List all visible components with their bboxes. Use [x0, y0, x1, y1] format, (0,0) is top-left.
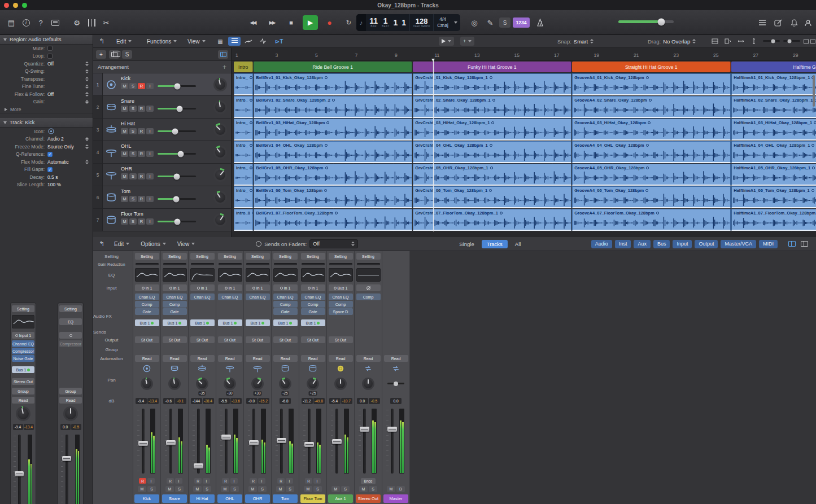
solo-button[interactable]: S [203, 486, 211, 492]
param-stepper-icon[interactable] [85, 69, 89, 74]
db-value[interactable]: -9.6 [163, 398, 174, 404]
slider-thumb[interactable] [173, 196, 179, 202]
db-value[interactable]: -11.2 [302, 398, 313, 404]
slider-thumb[interactable] [172, 128, 178, 134]
param-value[interactable]: 100 % [47, 182, 61, 187]
input-monitor-button[interactable]: I [175, 478, 182, 484]
audio-region[interactable]: BellGrv1_03_HiHat_Okay_128bpm [254, 119, 412, 141]
record-enable-button[interactable]: R [138, 106, 145, 112]
library-icon[interactable]: ▤ [5, 15, 18, 30]
command-click-tool-menu[interactable]: + [460, 37, 474, 46]
filter-inst[interactable]: Inst [615, 240, 631, 248]
add-track-button[interactable]: + [96, 50, 106, 59]
param-stepper-icon[interactable] [85, 77, 89, 81]
record-enable-button[interactable]: R [138, 218, 145, 225]
arrangement-marker[interactable]: Halftime Groove [731, 62, 816, 72]
audio-region[interactable]: GrooveA4_04_OHL_Okay_128bpm [572, 141, 731, 163]
solo-mode-button[interactable]: S [499, 17, 510, 28]
view-list-icon[interactable] [756, 15, 769, 30]
volume-fader[interactable] [62, 456, 71, 461]
smart-controls-icon[interactable]: ⚙ [70, 15, 84, 30]
db-value[interactable]: 0.0 [357, 398, 368, 404]
fx-slot[interactable]: Space D [329, 308, 353, 315]
menu-edit[interactable]: Edit [115, 37, 133, 46]
drag-value[interactable]: No Overlap [663, 38, 690, 45]
channel-name-label[interactable]: Stereo Out [356, 494, 381, 503]
fx-slot[interactable]: Noise Gate [12, 355, 34, 362]
fx-slot[interactable]: Chan EQ [246, 293, 270, 300]
param-checkbox[interactable] [47, 54, 53, 59]
param-checkbox[interactable] [47, 46, 53, 51]
channel-setting-button[interactable]: Setting [59, 305, 82, 312]
fx-slot[interactable]: Gate [301, 308, 325, 315]
automation-mode-button[interactable]: Read [218, 355, 242, 362]
back-icon[interactable]: ↰ [99, 37, 104, 46]
param-value[interactable]: Audio 2 [47, 136, 64, 142]
track-header[interactable]: 7Floor TomMSRI [93, 209, 231, 231]
fx-slot[interactable]: Gate [135, 308, 159, 315]
solo-button[interactable]: S [129, 218, 137, 225]
bounce-button[interactable]: Bnce [361, 478, 376, 484]
audio-region[interactable]: HalftimeA1_02_Snare_Okay_128bpm_1 [731, 96, 816, 118]
mute-button[interactable]: M [121, 106, 128, 112]
mute-button[interactable]: M [121, 173, 128, 179]
input-monitor-button[interactable]: I [203, 478, 210, 484]
group-slot[interactable]: Group [12, 388, 34, 395]
audio-region[interactable]: GrvCrsht_07_FloorTom_Okay_128bpm_1 [413, 209, 571, 231]
track-header[interactable]: 1KickMSRI [93, 73, 231, 96]
input-slot[interactable]: Bus 1 [329, 284, 353, 291]
minimize-button[interactable] [13, 3, 18, 8]
input-slot[interactable]: In 1 [246, 284, 270, 291]
track-volume-slider[interactable] [158, 153, 196, 155]
playhead[interactable] [433, 59, 434, 231]
input-slot[interactable]: In 1 [135, 284, 159, 291]
track-pan-knob[interactable] [213, 213, 227, 227]
db-value[interactable]: -6.8 [280, 398, 291, 404]
eq-display[interactable] [12, 315, 34, 328]
peak-value[interactable]: -0.5 [369, 398, 380, 404]
automation-mode-button[interactable]: Read [12, 397, 34, 404]
pan-knob[interactable] [307, 378, 319, 390]
mute-button[interactable]: M [276, 486, 285, 492]
filter-bus[interactable]: Bus [653, 240, 670, 248]
slider-thumb[interactable] [177, 106, 183, 112]
volume-fader[interactable] [304, 442, 314, 447]
metronome-icon[interactable] [533, 15, 547, 30]
flex-icon[interactable] [256, 37, 269, 46]
track-pan-knob[interactable] [213, 123, 227, 137]
automation-icon[interactable] [242, 37, 255, 46]
param-value[interactable]: Off [47, 91, 54, 97]
channel-name-label[interactable]: OHL [217, 494, 242, 503]
input-monitor-button[interactable]: I [146, 196, 154, 202]
eq-display[interactable] [135, 268, 159, 282]
arrangement-track-header[interactable]: Arrangement + [93, 61, 231, 73]
v-zoom-slider[interactable] [783, 40, 800, 42]
param-stepper-icon[interactable] [85, 92, 89, 97]
output-slot[interactable]: St Out [135, 336, 159, 343]
solo-button[interactable]: S [129, 151, 137, 157]
mute-button[interactable]: M [193, 486, 202, 492]
channel-name-label[interactable]: OHR [245, 494, 270, 503]
peak-value[interactable]: -49.8 [313, 398, 325, 404]
mute-button[interactable]: M [221, 486, 229, 492]
drag-stepper-icon[interactable] [692, 39, 696, 43]
audio-region[interactable]: HalftimeA1_07_FloorTom_Okay_128bpm_1 [731, 209, 816, 231]
mute-button[interactable]: M [121, 128, 128, 134]
zoom-h-icon[interactable] [735, 37, 747, 46]
fx-slot[interactable]: Comp [273, 301, 298, 308]
mute-button[interactable]: M [248, 486, 257, 492]
track-header[interactable]: 2SnareMSRI [93, 96, 231, 119]
param-stepper-icon[interactable] [85, 137, 89, 142]
db-value[interactable]: -9.4 [136, 398, 147, 404]
audio-region[interactable]: HalftimeA1_03_HiHat_Okay_128bpm_1 [731, 119, 816, 141]
eq-display[interactable] [218, 268, 242, 282]
rewind-button[interactable]: ◀◀ [245, 15, 260, 30]
tuner-icon[interactable]: ◎ [468, 15, 481, 30]
channel-name-label[interactable]: Master [383, 494, 408, 503]
record-enable-button[interactable]: R [250, 478, 257, 484]
input-monitor-button[interactable]: I [286, 478, 293, 484]
mute-button[interactable]: M [359, 486, 368, 492]
track-pan-knob[interactable] [213, 191, 227, 204]
region-list-view-icon[interactable] [228, 37, 241, 46]
fx-slot[interactable]: Gate [273, 308, 298, 315]
